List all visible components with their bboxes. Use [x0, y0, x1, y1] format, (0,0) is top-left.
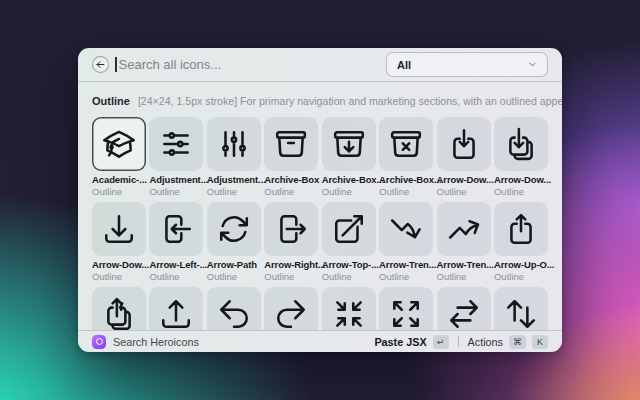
icon-grid-cell: Arrow-Right... Outline: [264, 202, 318, 282]
icon-grid-cell: Arrow-Dow... Outline: [92, 202, 146, 282]
icon-tile-arrow-right-on-rectangle[interactable]: [264, 202, 318, 256]
icon-grid-cell: Arrow-Tren... Outline: [379, 202, 433, 282]
adjustments-vertical-icon: [217, 127, 251, 161]
search-input[interactable]: [119, 48, 387, 81]
arrow-right-on-rectangle-icon: [274, 212, 308, 246]
icon-label: Arrow-Left-...: [149, 259, 203, 271]
icon-label: Arrow-Dow...: [437, 174, 491, 186]
icon-style-label: Outline: [92, 271, 146, 282]
icon-tile-arrow-down-tray[interactable]: [92, 202, 146, 256]
icon-style-label: Outline: [322, 186, 376, 197]
icon-tile-academic-cap[interactable]: [92, 117, 146, 171]
arrow-trending-up-icon: [447, 212, 481, 246]
arrow-trending-down-icon: [389, 212, 423, 246]
icon-grid-cell: Archive-Box... Outline: [379, 117, 433, 197]
icon-grid-cell: [92, 287, 146, 330]
icon-grid-cell: Arrow-Dow... Outline: [494, 117, 548, 197]
icon-style-label: Outline: [207, 271, 261, 282]
arrow-down-on-square-stack-icon: [504, 127, 538, 161]
icon-tile-arrow-down-on-square-stack[interactable]: [494, 117, 548, 171]
icon-style-label: Outline: [322, 271, 376, 282]
icon-grid-cell: Archive-Box... Outline: [322, 117, 376, 197]
actions-button[interactable]: Actions: [468, 336, 503, 348]
search-header: All: [78, 48, 562, 82]
footer-bar: Search Heroicons Paste JSX ↵ Actions ⌘ K: [78, 330, 562, 352]
back-button[interactable]: [92, 56, 109, 73]
section-description: [24×24, 1.5px stroke] For primary naviga…: [138, 95, 562, 107]
icon-tile-adjustments-vertical[interactable]: [207, 117, 261, 171]
icon-tile-arrow-top-right-on-square[interactable]: [322, 202, 376, 256]
icon-style-label: Outline: [494, 271, 548, 282]
icon-tile-arrow-down-on-square[interactable]: [437, 117, 491, 171]
icon-grid-cell: [437, 287, 491, 330]
icon-tile-arrows-right-left[interactable]: [437, 287, 491, 330]
enter-key-badge: ↵: [433, 335, 449, 349]
icon-grid-cell: Arrow-Tren... Outline: [437, 202, 491, 282]
icon-grid-cell: [149, 287, 203, 330]
icon-tile-arrow-trending-up[interactable]: [437, 202, 491, 256]
icon-tile-arrow-uturn-left[interactable]: [207, 287, 261, 330]
arrows-pointing-out-icon: [389, 297, 423, 330]
arrows-up-down-icon: [504, 297, 538, 330]
academic-cap-icon: [102, 127, 136, 161]
icon-grid-cell: Arrow-Dow... Outline: [437, 117, 491, 197]
icon-tile-arrow-path[interactable]: [207, 202, 261, 256]
icon-label: Archive-Box: [264, 174, 318, 186]
footer-app-label: Search Heroicons: [113, 336, 367, 348]
icon-tile-arrow-left-on-rectangle[interactable]: [149, 202, 203, 256]
icon-style-label: Outline: [149, 271, 203, 282]
icon-grid-cell: Arrow-Left-... Outline: [149, 202, 203, 282]
icon-grid-cell: [379, 287, 433, 330]
arrow-path-icon: [217, 212, 251, 246]
heroicons-logo-icon: [92, 335, 106, 349]
arrow-uturn-right-icon: [274, 297, 308, 330]
icon-style-label: Outline: [264, 186, 318, 197]
icon-label: Archive-Box...: [322, 174, 376, 186]
icon-tile-arrows-up-down[interactable]: [494, 287, 548, 330]
filter-dropdown[interactable]: All: [386, 52, 548, 77]
archive-box-arrow-down-icon: [332, 127, 366, 161]
arrow-uturn-left-icon: [217, 297, 251, 330]
icon-style-label: Outline: [379, 271, 433, 282]
icon-tile-arrows-pointing-out[interactable]: [379, 287, 433, 330]
footer-divider: [458, 336, 459, 347]
icon-grid-cell: Adjustment... Outline: [149, 117, 203, 197]
icon-tile-archive-box-arrow-down[interactable]: [322, 117, 376, 171]
heroicons-search-window: All Outline [24×24, 1.5px stroke] For pr…: [78, 48, 562, 352]
arrow-up-on-square-stack-icon: [102, 297, 136, 330]
icon-tile-arrows-pointing-in[interactable]: [322, 287, 376, 330]
icon-tile-arrow-trending-down[interactable]: [379, 202, 433, 256]
arrows-pointing-in-icon: [332, 297, 366, 330]
cmd-key-badge: ⌘: [509, 335, 526, 349]
icon-label: Arrow-Tren...: [379, 259, 433, 271]
icon-tile-arrow-up-on-square[interactable]: [494, 202, 548, 256]
icon-tile-adjustments-horizontal[interactable]: [149, 117, 203, 171]
arrow-down-on-square-icon: [447, 127, 481, 161]
icon-grid-cell: Arrow-Top-... Outline: [322, 202, 376, 282]
arrow-up-tray-icon: [159, 297, 193, 330]
icon-tile-arrow-uturn-right[interactable]: [264, 287, 318, 330]
paste-jsx-button[interactable]: Paste JSX: [374, 336, 426, 348]
icon-tile-arrow-up-tray[interactable]: [149, 287, 203, 330]
filter-dropdown-value: All: [397, 59, 528, 71]
icon-tile-archive-box[interactable]: [264, 117, 318, 171]
icon-grid-viewport: Academic-... Outline Adjustment... Outli…: [78, 117, 562, 330]
icon-label: Adjustment...: [149, 174, 203, 186]
text-cursor: [115, 57, 117, 72]
icon-label: Arrow-Path: [207, 259, 261, 271]
section-title: Outline: [92, 95, 130, 107]
icon-label: Academic-...: [92, 174, 146, 186]
icon-label: Arrow-Up-O...: [494, 259, 548, 271]
footer-actions: Paste JSX ↵ Actions ⌘ K: [374, 335, 548, 349]
icon-style-label: Outline: [149, 186, 203, 197]
icon-tile-archive-box-x-mark[interactable]: [379, 117, 433, 171]
icon-tile-arrow-up-on-square-stack[interactable]: [92, 287, 146, 330]
arrow-left-icon: [96, 60, 105, 69]
icon-grid-cell: Arrow-Path Outline: [207, 202, 261, 282]
icon-grid-cell: [264, 287, 318, 330]
icon-grid: Academic-... Outline Adjustment... Outli…: [92, 117, 548, 330]
archive-box-x-mark-icon: [389, 127, 423, 161]
icon-label: Archive-Box...: [379, 174, 433, 186]
archive-box-icon: [274, 127, 308, 161]
icon-grid-cell: Archive-Box Outline: [264, 117, 318, 197]
